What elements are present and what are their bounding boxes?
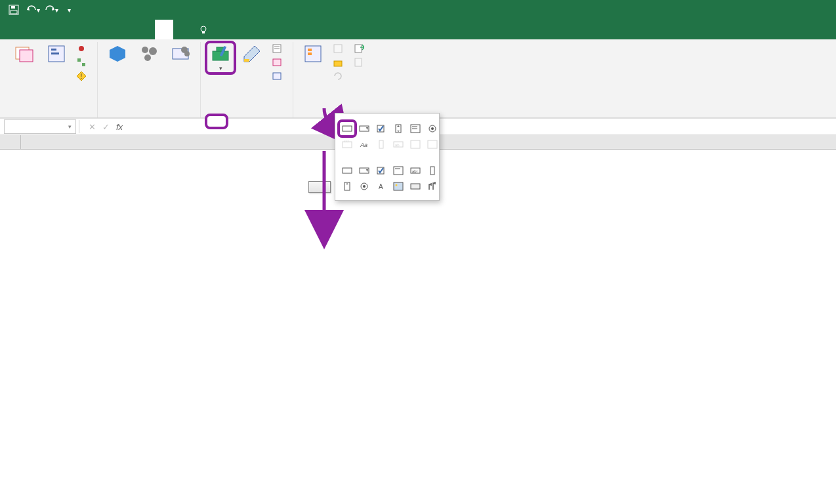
ax-label-control[interactable]: A [373, 179, 389, 194]
form-button-control[interactable] [339, 121, 355, 136]
design-mode-icon [241, 43, 262, 64]
ax-image-control[interactable] [390, 179, 406, 194]
map-properties-icon [333, 43, 343, 54]
visual-basic-button[interactable] [10, 42, 39, 67]
macro-security-button[interactable]: ! [73, 70, 92, 83]
form-combo-control[interactable] [356, 121, 372, 136]
svg-rect-2 [10, 10, 17, 14]
tab-page-layout[interactable] [63, 20, 81, 39]
design-mode-button[interactable] [238, 42, 266, 67]
properties-button[interactable] [269, 42, 287, 55]
cancel-icon[interactable]: ✕ [89, 122, 96, 132]
svg-rect-35 [355, 58, 362, 66]
tab-help[interactable] [173, 20, 192, 39]
ax-toggle-control[interactable] [408, 179, 423, 194]
generate-barcode-button[interactable] [308, 181, 331, 193]
svg-point-44 [431, 127, 434, 130]
svg-rect-67 [411, 184, 420, 189]
excel-addins-button[interactable] [135, 42, 163, 67]
tab-developer[interactable] [155, 20, 173, 39]
map-properties-button [330, 42, 348, 55]
save-icon[interactable] [5, 2, 22, 18]
expansion-packs-button[interactable] [330, 56, 348, 69]
tab-view[interactable] [136, 20, 155, 39]
rows-container [0, 150, 836, 504]
qat-customize-icon[interactable]: ▾ [60, 2, 77, 18]
svg-rect-52 [428, 140, 437, 148]
svg-rect-1 [11, 6, 15, 9]
svg-rect-51 [411, 140, 420, 148]
svg-rect-31 [308, 52, 312, 55]
record-macro-button[interactable] [73, 42, 92, 55]
use-relative-refs-button[interactable] [73, 56, 92, 69]
run-dialog-button[interactable] [269, 70, 287, 83]
form-spinner-control[interactable] [390, 121, 406, 136]
toolbox-icon [210, 43, 231, 64]
ax-button-control[interactable] [339, 163, 355, 178]
undo-icon[interactable]: ▾ [24, 2, 41, 18]
tab-insert[interactable] [45, 20, 63, 39]
view-code-button[interactable] [269, 56, 287, 69]
select-all-corner[interactable] [0, 135, 21, 149]
com-addins-button[interactable] [166, 42, 195, 67]
form-option-control[interactable] [425, 121, 440, 136]
insert-button-callout [205, 114, 228, 129]
ax-option-control[interactable] [356, 179, 372, 194]
form-label-control[interactable]: Aa [356, 137, 372, 152]
svg-rect-32 [334, 45, 342, 52]
svg-rect-56 [394, 167, 403, 175]
properties-icon [272, 43, 282, 54]
tell-me[interactable] [198, 20, 214, 39]
tab-home[interactable] [26, 20, 45, 39]
tab-formulas[interactable] [81, 20, 100, 39]
addins-button[interactable] [103, 42, 132, 67]
enter-icon[interactable]: ✓ [102, 122, 110, 132]
ax-more-controls[interactable] [425, 179, 440, 194]
run-dialog-icon [272, 71, 282, 81]
chevron-down-icon: ▾ [68, 123, 72, 130]
form-listbox-control[interactable] [408, 121, 423, 136]
shield-warning-icon: ! [76, 71, 87, 81]
form-checkbox-control[interactable] [373, 121, 389, 136]
macros-button[interactable] [42, 42, 71, 67]
tab-data[interactable] [100, 20, 118, 39]
insert-controls-dropdown: XYZ Aa ab abl A [335, 113, 440, 201]
tab-file[interactable] [8, 20, 26, 39]
source-button[interactable] [299, 42, 327, 67]
refresh-data-button [330, 70, 348, 83]
svg-point-66 [396, 184, 398, 186]
ax-textbox-control[interactable]: abl [408, 163, 423, 178]
svg-rect-11 [77, 58, 81, 62]
xml-source-icon [303, 43, 324, 64]
ax-listbox-control[interactable] [390, 163, 406, 178]
svg-rect-34 [355, 45, 362, 52]
relative-refs-icon [76, 57, 87, 68]
svg-text:A: A [379, 183, 383, 190]
svg-text:ab: ab [395, 143, 400, 147]
tab-review[interactable] [118, 20, 136, 39]
ribbon: ! [0, 39, 836, 118]
group-xml [293, 42, 375, 117]
svg-rect-65 [394, 182, 403, 190]
import-button[interactable] [351, 42, 369, 55]
name-box[interactable]: ▾ [4, 119, 76, 134]
ax-scrollbar-control[interactable] [425, 163, 440, 178]
svg-rect-33 [334, 61, 342, 66]
addins-icon [107, 43, 128, 64]
svg-rect-9 [51, 52, 59, 54]
group-controls: ▾ [201, 42, 293, 117]
svg-rect-6 [20, 50, 33, 62]
fx-icon[interactable]: fx [116, 122, 123, 132]
export-icon [354, 57, 364, 68]
ax-spinner-control[interactable] [339, 179, 355, 194]
redo-icon[interactable]: ▾ [42, 2, 59, 18]
import-icon [354, 43, 364, 54]
ax-combo-control[interactable] [356, 163, 372, 178]
ax-checkbox-control[interactable] [373, 163, 389, 178]
form-combo-list-control [408, 137, 423, 152]
svg-rect-8 [51, 49, 56, 51]
quick-access-toolbar: ▾ ▾ ▾ [0, 2, 77, 18]
group-addins [98, 42, 201, 117]
form-textfield-control: ab [390, 137, 406, 152]
insert-controls-button[interactable]: ▾ [206, 42, 235, 74]
